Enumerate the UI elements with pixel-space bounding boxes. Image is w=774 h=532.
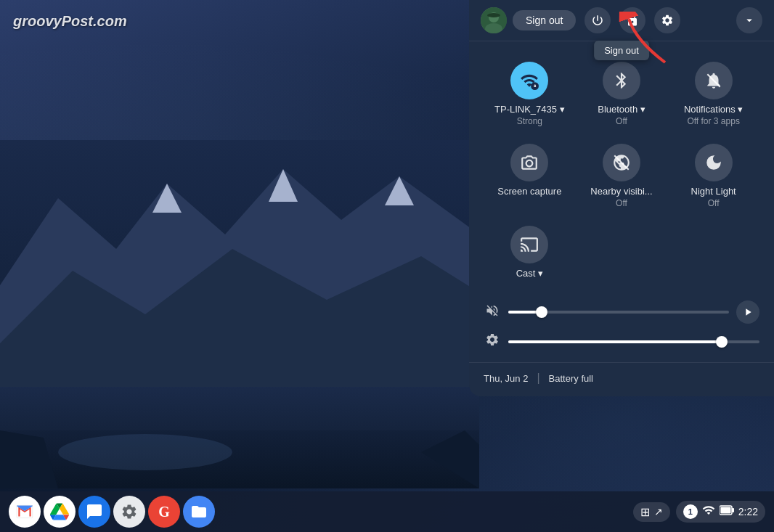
sign-out-button[interactable]: Sign out <box>513 10 576 30</box>
mountain-illustration <box>0 140 479 488</box>
panel-topbar: Sign out <box>469 0 774 41</box>
taskbar-status-group[interactable]: 1 2:22 <box>676 501 765 523</box>
notifications-sublabel: Off for 3 apps <box>687 116 740 126</box>
taskbar: G ⊞ ↗ 1 <box>0 491 774 532</box>
notifications-tile[interactable]: Notifications ▾ Off for 3 apps <box>667 53 759 135</box>
watermark: groovyPost.com <box>13 13 127 30</box>
screenshot-icon: ⊞ <box>640 505 650 519</box>
taskbar-app-drive[interactable] <box>44 496 76 528</box>
brightness-slider-thumb <box>716 336 728 348</box>
svg-point-13 <box>487 13 500 17</box>
user-avatar <box>481 7 507 33</box>
night-light-icon-circle <box>695 144 733 181</box>
night-light-tile[interactable]: Night Light Off <box>667 135 759 217</box>
notifications-count-badge: 1 <box>683 504 698 519</box>
panel-divider: | <box>537 372 539 385</box>
nearby-share-tile[interactable]: Nearby visibi... Off <box>576 135 668 217</box>
power-button[interactable] <box>584 7 611 33</box>
taskbar-right: ⊞ ↗ 1 2:22 <box>633 501 765 523</box>
notifications-label: Notifications ▾ <box>684 104 743 115</box>
nearby-share-icon-circle <box>603 144 640 181</box>
wifi-sublabel: Strong <box>517 116 542 126</box>
screen-capture-icon-circle <box>510 144 548 181</box>
volume-mute-icon <box>484 303 501 322</box>
bluetooth-label: Bluetooth ▾ <box>598 104 645 115</box>
tiles-grid: TP-LINK_7435 ▾ Strong Bluetooth ▾ Off <box>469 41 774 295</box>
svg-point-7 <box>58 434 232 470</box>
chevron-down-button[interactable] <box>736 7 762 33</box>
taskbar-battery-icon <box>720 505 734 518</box>
screen-capture-label: Screen capture <box>497 186 561 197</box>
brightness-slider-fill <box>508 340 722 343</box>
notifications-icon-circle <box>695 62 733 99</box>
quick-settings-panel: Sign out Sign out <box>469 0 774 396</box>
bluetooth-sublabel: Off <box>616 116 627 126</box>
bluetooth-icon-circle <box>603 62 640 99</box>
screen-mirror-icon: ↗ <box>654 506 663 517</box>
taskbar-app-google[interactable]: G <box>148 496 180 528</box>
settings-button[interactable] <box>654 7 680 33</box>
panel-bottom-info: Thu, Jun 2 | Battery full <box>469 362 774 385</box>
sign-out-tooltip: Sign out <box>594 41 649 60</box>
panel-battery: Battery full <box>549 373 593 384</box>
panel-date: Thu, Jun 2 <box>484 373 528 384</box>
sliders-section <box>469 295 774 356</box>
brightness-icon <box>484 332 501 351</box>
volume-slider-thumb <box>536 306 547 318</box>
taskbar-app-files[interactable] <box>183 496 215 528</box>
cast-icon-circle <box>510 226 548 263</box>
taskbar-system-tray[interactable]: ⊞ ↗ <box>633 502 670 522</box>
volume-slider-fill <box>508 311 542 314</box>
taskbar-app-gmail[interactable] <box>9 496 41 528</box>
wifi-label: TP-LINK_7435 ▾ <box>494 104 565 115</box>
taskbar-app-messages[interactable] <box>78 496 110 528</box>
screen-capture-tile[interactable]: Screen capture <box>484 135 576 217</box>
wifi-icon-circle <box>510 62 548 99</box>
cast-label: Cast ▾ <box>516 268 543 279</box>
cast-tile[interactable]: Cast ▾ <box>484 217 576 289</box>
volume-expand-button[interactable] <box>736 300 759 324</box>
volume-slider-row <box>484 300 759 324</box>
night-light-sublabel: Off <box>708 198 720 208</box>
svg-rect-6 <box>0 387 479 488</box>
svg-rect-20 <box>732 508 734 512</box>
nearby-share-sublabel: Off <box>616 198 627 208</box>
bluetooth-tile[interactable]: Bluetooth ▾ Off <box>576 53 668 135</box>
svg-rect-21 <box>720 507 730 514</box>
lock-button[interactable] <box>619 7 645 33</box>
taskbar-wifi-icon <box>702 504 715 520</box>
nearby-share-label: Nearby visibi... <box>590 186 652 197</box>
brightness-slider-track[interactable] <box>508 340 759 343</box>
night-light-label: Night Light <box>691 186 736 197</box>
wifi-tile[interactable]: TP-LINK_7435 ▾ Strong <box>484 53 576 135</box>
volume-slider-track[interactable] <box>508 311 729 314</box>
taskbar-time: 2:22 <box>738 506 758 517</box>
brightness-slider-row <box>484 332 759 351</box>
taskbar-app-settings[interactable] <box>113 496 145 528</box>
